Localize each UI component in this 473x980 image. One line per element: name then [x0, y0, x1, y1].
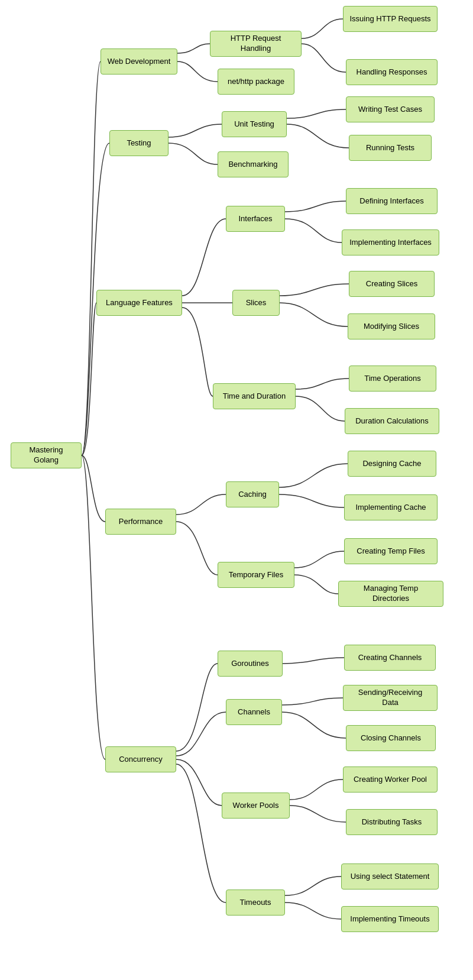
node-temporary-files: Temporary Files: [218, 562, 294, 588]
node-handling-responses: Handling Responses: [346, 59, 438, 85]
node-modifying-slices: Modifying Slices: [348, 313, 435, 339]
node-testing: Testing: [109, 130, 169, 156]
node-time-and-duration: Time and Duration: [213, 383, 296, 409]
node-duration-calculations: Duration Calculations: [345, 408, 439, 434]
node-issuing-http: Issuing HTTP Requests: [343, 6, 438, 32]
node-implementing-timeouts: Implementing Timeouts: [341, 906, 439, 932]
node-sending-receiving: Sending/Receiving Data: [343, 685, 438, 711]
node-interfaces: Interfaces: [226, 206, 285, 232]
node-timeouts: Timeouts: [226, 890, 285, 916]
node-designing-cache: Designing Cache: [348, 451, 436, 477]
node-using-select: Using select Statement: [341, 863, 439, 890]
node-writing-test-cases: Writing Test Cases: [346, 96, 435, 122]
node-creating-worker-pool: Creating Worker Pool: [343, 766, 438, 793]
node-concurrency: Concurrency: [105, 746, 176, 772]
node-unit-testing: Unit Testing: [222, 111, 287, 137]
node-creating-slices: Creating Slices: [349, 271, 435, 297]
node-http-request-handling: HTTP Request Handling: [210, 31, 302, 57]
node-goroutines: Goroutines: [218, 651, 283, 677]
node-worker-pools: Worker Pools: [222, 793, 290, 819]
node-web-development: Web Development: [101, 48, 177, 75]
node-benchmarking: Benchmarking: [218, 151, 289, 177]
node-net-http-package: net/http package: [218, 69, 294, 95]
node-distributing-tasks: Distributing Tasks: [346, 809, 438, 835]
node-channels: Channels: [226, 699, 282, 725]
node-implementing-cache: Implementing Cache: [344, 494, 438, 520]
node-running-tests: Running Tests: [349, 135, 432, 161]
node-managing-temp-dirs: Managing Temp Directories: [338, 581, 443, 607]
node-caching: Caching: [226, 481, 279, 507]
mindmap-diagram: Mastering Golang Web Development Testing…: [0, 0, 473, 980]
node-creating-channels: Creating Channels: [344, 645, 436, 671]
node-slices: Slices: [232, 290, 280, 316]
node-performance: Performance: [105, 509, 176, 535]
node-closing-channels: Closing Channels: [346, 725, 436, 751]
node-language-features: Language Features: [96, 290, 182, 316]
node-time-operations: Time Operations: [349, 366, 436, 392]
node-defining-interfaces: Defining Interfaces: [346, 188, 438, 214]
node-implementing-interfaces: Implementing Interfaces: [342, 229, 439, 255]
node-mastering-golang: Mastering Golang: [11, 442, 82, 468]
node-creating-temp-files: Creating Temp Files: [344, 538, 438, 564]
